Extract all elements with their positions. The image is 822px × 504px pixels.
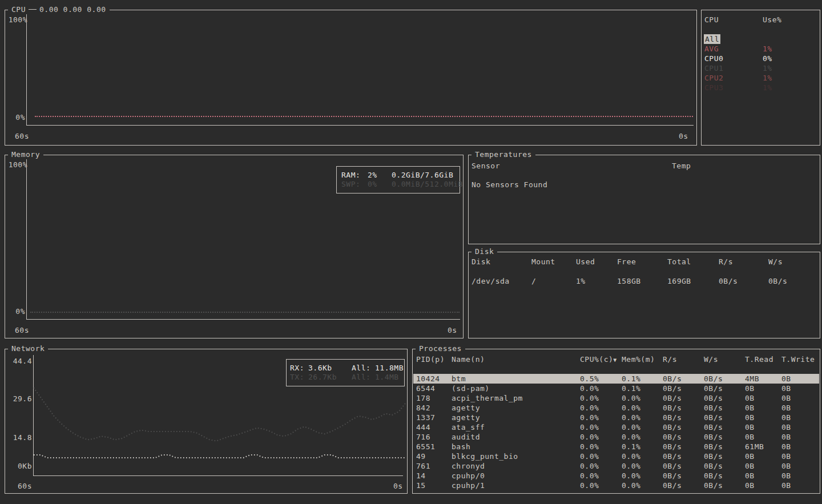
cpu-legend-row-cpu1[interactable]: CPU11% xyxy=(702,63,820,73)
cpu-x-right-label: 0s xyxy=(679,131,688,141)
processes-col-ws[interactable]: W/s xyxy=(704,355,718,364)
disk-col-mount: Mount xyxy=(531,257,555,266)
memory-ram-line xyxy=(30,312,460,313)
processes-col-namen[interactable]: Name(n) xyxy=(452,355,485,364)
process-cell-mem: 0.0% xyxy=(622,422,640,432)
cpu-legend-row-cpu3[interactable]: CPU31% xyxy=(702,83,820,92)
process-cell-twrite: 0B xyxy=(781,481,791,490)
process-cell-pid: 49 xyxy=(416,451,426,461)
process-row-atasff[interactable]: 444ata_sff0.0%0.0%0B/s0B/s0B0B xyxy=(413,422,819,432)
processes-col-rs[interactable]: R/s xyxy=(663,355,677,364)
process-cell-ws: 0B/s xyxy=(704,384,723,393)
process-row-sdpam[interactable]: 6544(sd-pam)0.0%0.1%0B/s0B/s0B0B xyxy=(413,384,819,393)
process-row-acpithermalpm[interactable]: 178acpi_thermal_pm0.0%0.0%0B/s0B/s0B0B xyxy=(413,393,819,403)
process-cell-twrite: 0B xyxy=(781,471,791,481)
cpu-legend-row-all[interactable]: All xyxy=(702,34,820,44)
process-cell-mem: 0.0% xyxy=(622,451,640,461)
memory-y-axis xyxy=(26,159,27,319)
process-cell-rs: 0B/s xyxy=(663,413,682,422)
process-cell-cpu: 0.0% xyxy=(580,413,599,422)
cpu-legend-name: CPU0 xyxy=(704,54,723,63)
process-row-cpuhp1[interactable]: 15cpuhp/10.0%0.0%0B/s0B/s0B0B xyxy=(413,481,819,490)
process-cell-mem: 0.0% xyxy=(622,461,640,471)
swap-percent: 0% xyxy=(368,179,377,189)
cpu-legend-use: 0% xyxy=(763,54,772,63)
rx-total: 11.8MB xyxy=(375,363,404,373)
process-cell-rs: 0B/s xyxy=(663,461,682,471)
process-row-cpuhp0[interactable]: 14cpuhp/00.0%0.0%0B/s0B/s0B0B xyxy=(413,471,819,481)
process-cell-twrite: 0B xyxy=(781,422,791,432)
process-cell-twrite: 0B xyxy=(781,432,791,442)
process-cell-name: blkcg_punt_bio xyxy=(452,451,518,461)
temperatures-panel[interactable]: Temperatures Sensor Temp No Sensors Foun… xyxy=(468,155,820,244)
process-row-btm[interactable]: 10424btm0.5%0.1%0B/s0B/s4MB0B xyxy=(413,374,819,384)
processes-col-cpuc[interactable]: CPU%(c)▼ xyxy=(580,355,617,364)
memory-legend-box: RAM: 2% 0.2GiB/7.6GiB SWP: 0% 0.0MiB/512… xyxy=(336,166,460,193)
process-cell-pid: 716 xyxy=(416,432,430,442)
cpu-legend-name: CPU3 xyxy=(704,83,723,92)
process-row-blkcgpuntbio[interactable]: 49blkcg_punt_bio0.0%0.0%0B/s0B/s0B0B xyxy=(413,451,819,461)
cpu-legend-row-cpu2[interactable]: CPU21% xyxy=(702,73,820,83)
process-cell-name: agetty xyxy=(452,403,480,413)
cpu-usage-line xyxy=(35,116,693,117)
disk-row[interactable]: /dev/sda/1%158GB169GB0B/s0B/s xyxy=(469,277,820,287)
cpu-legend-panel[interactable]: CPU Use% AllAVG1%CPU00%CPU11%CPU21%CPU31… xyxy=(701,10,820,146)
title-divider xyxy=(29,9,37,10)
process-cell-twrite: 0B xyxy=(781,403,791,413)
disk-panel[interactable]: Disk DiskMountUsedFreeTotalR/sW/s /dev/s… xyxy=(468,252,820,338)
process-cell-ws: 0B/s xyxy=(704,413,723,422)
processes-col-twrite[interactable]: T.Write xyxy=(781,355,815,364)
network-panel[interactable]: Network 44.4 29.6 14.8 0Kb 60s 0s RX: 3.… xyxy=(5,349,408,494)
process-cell-pid: 15 xyxy=(416,481,426,490)
disk-panel-title: Disk xyxy=(472,247,497,256)
processes-col-memm[interactable]: Mem%(m) xyxy=(622,355,655,364)
network-panel-title: Network xyxy=(8,344,48,353)
cpu-legend-use: 1% xyxy=(763,63,772,73)
memory-y-min-label: 0% xyxy=(7,307,25,316)
process-cell-twrite: 0B xyxy=(781,384,791,393)
processes-col-pidp[interactable]: PID(p) xyxy=(416,355,445,364)
process-cell-twrite: 0B xyxy=(781,374,791,384)
process-cell-cpu: 0.0% xyxy=(580,384,599,393)
rx-label: RX: xyxy=(290,363,304,373)
cpu-legend-row-cpu0[interactable]: CPU00% xyxy=(702,54,820,63)
network-rx-row: RX: 3.6Kb All: 11.8MB xyxy=(287,363,404,373)
cpu-panel-title: CPU0.00 0.00 0.00 xyxy=(8,5,110,14)
process-cell-twrite: 0B xyxy=(781,442,791,451)
disk-col-disk: Disk xyxy=(472,257,490,266)
cpu-legend-row-avg[interactable]: AVG1% xyxy=(702,44,820,54)
network-y-label-2: 14.8 xyxy=(7,433,32,442)
process-cell-cpu: 0.0% xyxy=(580,451,599,461)
disk-cell: / xyxy=(531,277,536,285)
process-row-bash[interactable]: 6551bash0.0%0.1%0B/s0B/s61MB0B xyxy=(413,442,819,451)
processes-col-tread[interactable]: T.Read xyxy=(745,355,773,364)
process-cell-tread: 0B xyxy=(745,451,755,461)
network-legend-box: RX: 3.6Kb All: 11.8MB TX: 26.7Kb All: 1.… xyxy=(286,359,405,386)
disk-col-free: Free xyxy=(617,257,636,266)
process-cell-tread: 0B xyxy=(745,471,755,481)
cpu-legend-use: 1% xyxy=(763,83,772,92)
cpu-legend-name: CPU2 xyxy=(704,73,723,83)
processes-panel[interactable]: Processes PID(p)Name(n)CPU%(c)▼Mem%(m)R/… xyxy=(412,349,820,494)
memory-x-left-label: 60s xyxy=(15,325,29,335)
process-cell-twrite: 0B xyxy=(781,451,791,461)
memory-panel[interactable]: Memory 100% 0% 60s 0s RAM: 2% 0.2GiB/7.6… xyxy=(5,155,464,338)
process-row-agetty[interactable]: 1337agetty0.0%0.0%0B/s0B/s0B0B xyxy=(413,413,819,422)
cpu-chart-panel[interactable]: CPU0.00 0.00 0.00 100% 0% 60s 0s xyxy=(5,10,697,146)
process-row-agetty[interactable]: 842agetty0.0%0.0%0B/s0B/s0B0B xyxy=(413,403,819,413)
process-row-auditd[interactable]: 716auditd0.0%0.0%0B/s0B/s0B0B xyxy=(413,432,819,442)
process-cell-name: chronyd xyxy=(452,461,485,471)
process-cell-tread: 0B xyxy=(745,481,755,490)
process-cell-mem: 0.0% xyxy=(622,432,640,442)
processes-panel-title: Processes xyxy=(416,344,465,353)
cpu-x-axis xyxy=(26,125,694,126)
process-cell-mem: 0.0% xyxy=(622,471,640,481)
memory-swap-row: SWP: 0% 0.0MiB/512.0MiB xyxy=(337,179,460,189)
process-row-chronyd[interactable]: 761chronyd0.0%0.0%0B/s0B/s0B0B xyxy=(413,461,819,471)
process-cell-cpu: 0.0% xyxy=(580,442,599,451)
temperatures-col-temp: Temp xyxy=(672,161,691,171)
process-cell-rs: 0B/s xyxy=(663,442,682,451)
process-cell-tread: 61MB xyxy=(745,442,764,451)
process-cell-twrite: 0B xyxy=(781,413,791,422)
network-x-right-label: 0s xyxy=(393,481,403,491)
